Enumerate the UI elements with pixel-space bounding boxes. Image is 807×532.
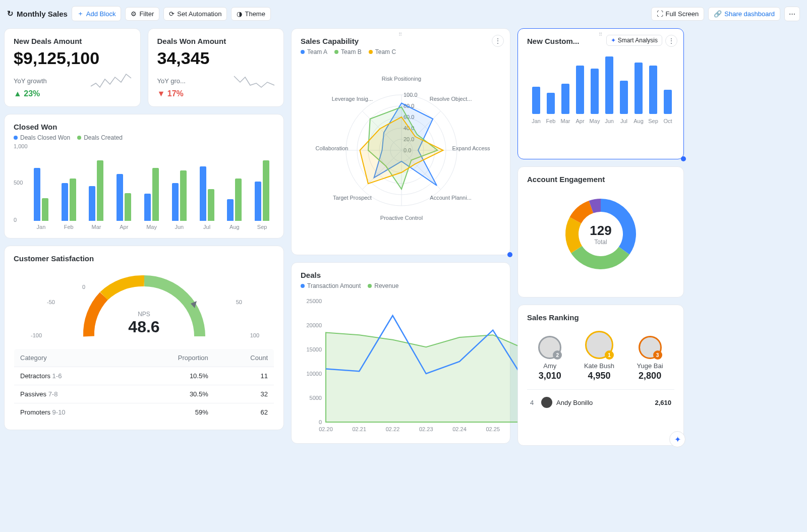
smart-analysis-button[interactable]: ✦Smart Analysis	[606, 35, 662, 46]
add-block-button[interactable]: ＋Add Block	[72, 6, 122, 21]
card-more-button[interactable]: ⋮	[492, 35, 504, 47]
svg-text:Feb: Feb	[546, 118, 556, 124]
svg-text:Target Prospect: Target Prospect	[333, 195, 372, 201]
share-button[interactable]: 🔗Share dashboard	[708, 7, 780, 21]
rank-score: 3,010	[538, 371, 561, 381]
svg-text:Jun: Jun	[605, 118, 614, 124]
rank-name: Kate Bush	[584, 362, 614, 370]
fullscreen-button[interactable]: ⛶Full Screen	[651, 7, 705, 21]
sparkline	[91, 72, 131, 89]
svg-text:15000: 15000	[306, 346, 322, 352]
svg-text:Expand Access: Expand Access	[452, 145, 490, 151]
svg-text:02.20: 02.20	[319, 426, 333, 432]
svg-text:Mar: Mar	[561, 118, 570, 124]
svg-rect-58	[620, 81, 628, 114]
add-block-label: Add Block	[86, 10, 116, 18]
svg-text:Risk Positioning: Risk Positioning	[382, 76, 421, 82]
toolbar: ↻ Monthly Sales ＋Add Block ⚙Filter ⟳Set …	[4, 4, 803, 23]
svg-text:Collaboration: Collaboration	[316, 145, 349, 151]
donut-total: 129	[590, 223, 611, 239]
svg-text:Jan: Jan	[532, 118, 541, 124]
automation-icon: ⟳	[169, 10, 175, 18]
more-button[interactable]: ⋯	[784, 7, 800, 21]
svg-text:02.24: 02.24	[452, 426, 467, 432]
automation-label: Set Automation	[177, 10, 221, 18]
filter-button[interactable]: ⚙Filter	[125, 7, 159, 21]
sparkle-icon: ✦	[611, 37, 616, 44]
nps-label: NPS	[128, 311, 159, 318]
rank-score: 2,800	[637, 371, 663, 381]
legend: Transaction Amount Revenue	[301, 282, 501, 289]
theme-label: Theme	[245, 10, 265, 18]
rank-name: Amy	[538, 362, 561, 370]
svg-text:5000: 5000	[310, 395, 322, 401]
card-more-button[interactable]: ⋮	[665, 35, 677, 47]
kpi-title: New Deals Amount	[14, 37, 131, 45]
card-title: Customer Satisfaction	[14, 254, 274, 263]
drag-handle-icon[interactable]: ⠿	[599, 32, 603, 37]
svg-text:Proactive Control: Proactive Control	[380, 215, 423, 221]
svg-rect-50	[561, 84, 569, 114]
theme-icon: ◑	[237, 10, 242, 18]
svg-text:25000: 25000	[306, 298, 322, 304]
kpi-new-deals[interactable]: New Deals Amount $9,125,100 YoY growth ▲…	[4, 28, 141, 107]
selection-handle[interactable]	[681, 156, 686, 161]
svg-text:Oct: Oct	[663, 118, 672, 124]
rank-index: 4	[530, 399, 537, 406]
svg-text:Jul: Jul	[620, 118, 627, 124]
rank-second: 2 Amy 3,010	[538, 336, 561, 381]
sales-ranking-card[interactable]: Sales Ranking 2 Amy 3,010 1 Kate Bush 4,…	[517, 305, 684, 446]
account-engagement-card[interactable]: Account Engagement 129 Total	[517, 166, 684, 298]
svg-text:02.22: 02.22	[386, 426, 400, 432]
kpi-sublabel: YoY growth	[14, 77, 47, 85]
page-title: Monthly Sales	[17, 10, 68, 18]
legend: Team A Team B Team C	[301, 48, 501, 55]
svg-text:0: 0	[319, 419, 322, 425]
fullscreen-icon: ⛶	[657, 10, 663, 18]
closed-won-chart: 1,000 500 0	[14, 145, 274, 221]
avatar: 2	[538, 336, 561, 359]
card-title: Account Engagement	[527, 175, 674, 184]
donut-chart: 129 Total	[527, 189, 674, 279]
kpi-deals-won[interactable]: Deals Won Amount 34,345 YoY gro... ▼ 17%	[148, 28, 284, 107]
gauge: -100 -50 0 50 100 NPS 48.6	[14, 266, 274, 341]
svg-rect-56	[605, 56, 613, 114]
selection-handle[interactable]	[507, 252, 512, 257]
card-title: Deals	[301, 271, 501, 279]
satisfaction-table: Category Proportion Count Detractors 1-6…	[14, 348, 274, 422]
avatar: 3	[639, 336, 662, 359]
svg-text:02.21: 02.21	[352, 426, 366, 432]
drag-handle-icon[interactable]: ⠿	[398, 32, 403, 37]
th-category: Category	[14, 349, 130, 367]
more-icon: ⋯	[789, 10, 795, 18]
svg-rect-64	[664, 90, 672, 114]
new-customers-card[interactable]: ⠿ ✦Smart Analysis ⋮ New Custom... JanFeb…	[517, 28, 684, 159]
svg-text:Account Planni...: Account Planni...	[430, 195, 472, 201]
deals-card[interactable]: Deals Transaction Amount Revenue 0500010…	[291, 262, 510, 444]
closed-won-card[interactable]: Closed Won Deals Closed Won Deals Create…	[4, 114, 284, 239]
list-item[interactable]: 4 Andy Bonillo 2,610	[527, 395, 674, 410]
svg-rect-48	[547, 93, 555, 114]
svg-text:Aug: Aug	[633, 118, 644, 124]
filter-label: Filter	[139, 10, 154, 18]
svg-text:Resolve Object...: Resolve Object...	[430, 96, 472, 102]
rank-name: Andy Bonillo	[556, 399, 593, 406]
sales-capability-card[interactable]: ⠿ ⋮ Sales Capability Team A Team B Team …	[291, 28, 510, 255]
svg-text:Apr: Apr	[575, 118, 584, 124]
svg-text:100.0: 100.0	[404, 92, 418, 98]
customer-satisfaction-card[interactable]: Customer Satisfaction -100 -50 0 50 100 …	[4, 246, 284, 430]
avatar: 1	[585, 331, 613, 359]
radar-chart: Risk PositioningResolve Object...Expand …	[301, 60, 502, 241]
share-label: Share dashboard	[724, 10, 775, 18]
kpi-sublabel: YoY gro...	[157, 77, 186, 85]
theme-button[interactable]: ◑Theme	[231, 7, 270, 21]
fullscreen-label: Full Screen	[666, 10, 699, 18]
card-title: Sales Capability	[301, 37, 501, 45]
rank-list: 4 Andy Bonillo 2,610	[527, 389, 674, 410]
card-title: Sales Ranking	[527, 313, 674, 322]
sparkle-fab[interactable]: ✦	[669, 431, 685, 447]
svg-text:20000: 20000	[306, 322, 322, 328]
svg-rect-60	[635, 63, 643, 114]
rank-name: Yuge Bai	[637, 362, 663, 370]
automation-button[interactable]: ⟳Set Automation	[163, 7, 227, 21]
